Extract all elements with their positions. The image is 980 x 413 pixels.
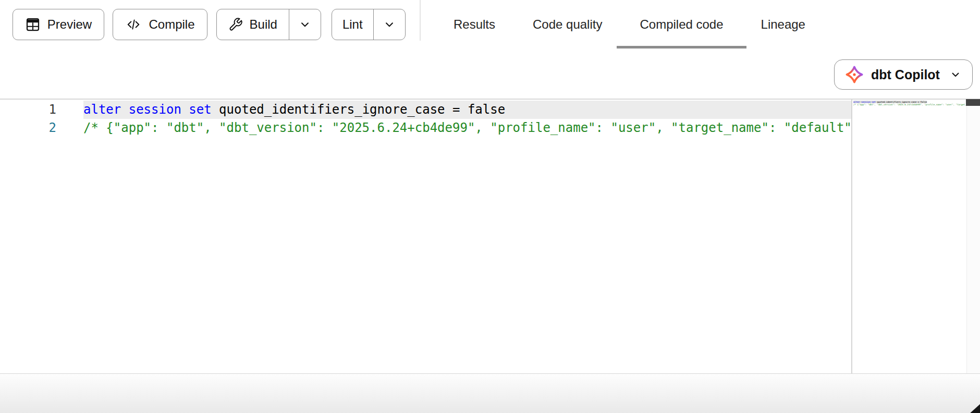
editor-scrollbar-thumb[interactable] (966, 99, 980, 106)
compile-button-label: Compile (149, 17, 194, 32)
dbt-copilot-label: dbt Copilot (871, 67, 940, 82)
lint-button-label: Lint (342, 17, 363, 32)
editor-scrollbar-track[interactable] (966, 99, 980, 373)
lint-dropdown-button[interactable] (374, 9, 405, 40)
tab-code-quality[interactable]: Code quality (533, 0, 602, 48)
dbt-copilot-button[interactable]: dbt Copilot (834, 59, 973, 90)
build-button[interactable]: Build (217, 9, 289, 40)
build-split-button: Build (216, 9, 321, 40)
compile-button[interactable]: Compile (113, 9, 207, 40)
build-button-label: Build (250, 17, 277, 32)
line-number: 1 (0, 101, 56, 119)
wrench-icon (228, 17, 243, 32)
line-number: 2 (0, 119, 56, 137)
minimap-line-2: /* {"app": "dbt", "dbt_version": "2025.6… (853, 103, 966, 106)
code-icon (125, 17, 142, 32)
compiled-code-editor[interactable]: 1alter session set quoted_identifiers_ig… (0, 100, 851, 373)
code-line-2[interactable]: 2/* {"app": "dbt", "dbt_version": "2025.… (0, 119, 851, 137)
lint-button[interactable]: Lint (332, 9, 373, 40)
status-bar: Defer to staging/production ? Ready (0, 373, 980, 413)
minimap-divider (851, 99, 852, 373)
preview-button-label: Preview (47, 17, 92, 32)
tab-results[interactable]: Results (454, 0, 495, 48)
dbt-ide-compiled-code-panel: Preview Compile Build Lint (0, 0, 980, 413)
panel-tab-bar: ResultsCode qualityCompiled codeLineage (454, 0, 805, 48)
line-content: alter session set quoted_identifiers_ign… (83, 101, 851, 119)
chevron-down-icon (949, 68, 962, 81)
dbt-logo-icon (845, 65, 864, 84)
tab-compiled-code[interactable]: Compiled code (640, 0, 723, 48)
chevron-down-icon (383, 18, 396, 31)
mouse-cursor (970, 404, 980, 413)
build-dropdown-button[interactable] (289, 9, 321, 40)
tab-lineage[interactable]: Lineage (761, 0, 805, 48)
lint-split-button: Lint (332, 9, 406, 40)
toolbar-divider (420, 0, 421, 41)
line-content: /* {"app": "dbt", "dbt_version": "2025.6… (83, 119, 851, 137)
editor-minimap[interactable]: alter session set quoted_identifiers_ign… (853, 100, 966, 373)
chevron-down-icon (298, 18, 312, 31)
preview-button[interactable]: Preview (13, 9, 104, 40)
code-line-1[interactable]: 1alter session set quoted_identifiers_ig… (0, 101, 851, 119)
table-icon (25, 17, 41, 32)
